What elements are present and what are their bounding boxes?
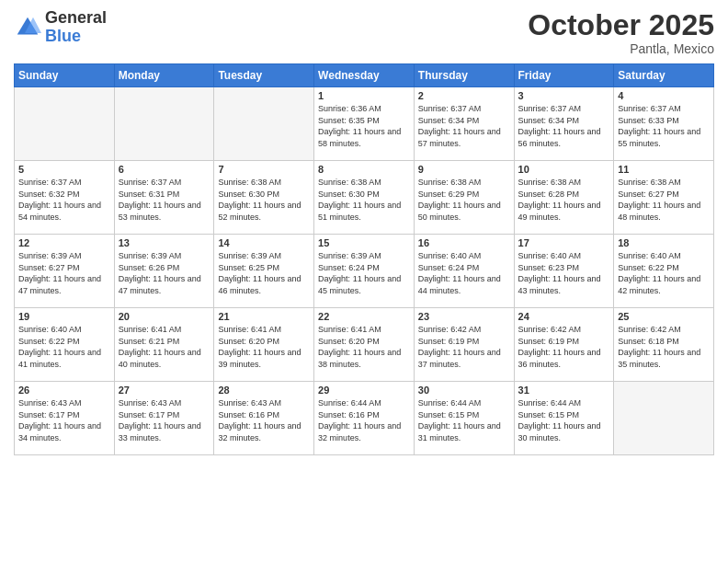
day-info: Sunrise: 6:43 AMSunset: 6:16 PMDaylight:… (218, 397, 310, 443)
table-row: 17Sunrise: 6:40 AMSunset: 6:23 PMDayligh… (514, 235, 614, 308)
day-number: 14 (218, 237, 310, 248)
calendar-week-row: 5Sunrise: 6:37 AMSunset: 6:32 PMDaylight… (15, 161, 714, 235)
day-info: Sunrise: 6:44 AMSunset: 6:15 PMDaylight:… (418, 397, 510, 443)
title-block: October 2025 Pantla, Mexico (528, 9, 714, 56)
day-number: 11 (618, 164, 710, 175)
table-row: 21Sunrise: 6:41 AMSunset: 6:20 PMDayligh… (214, 308, 314, 382)
day-number: 24 (518, 311, 610, 322)
table-row: 24Sunrise: 6:42 AMSunset: 6:19 PMDayligh… (514, 308, 614, 382)
day-number: 26 (18, 385, 110, 396)
day-info: Sunrise: 6:39 AMSunset: 6:26 PMDaylight:… (119, 250, 210, 296)
day-info: Sunrise: 6:42 AMSunset: 6:18 PMDaylight:… (618, 324, 710, 370)
day-number: 25 (618, 311, 710, 322)
day-number: 18 (618, 237, 710, 248)
day-number: 10 (518, 164, 610, 175)
calendar-week-row: 26Sunrise: 6:43 AMSunset: 6:17 PMDayligh… (15, 382, 714, 455)
day-info: Sunrise: 6:38 AMSunset: 6:27 PMDaylight:… (618, 177, 710, 223)
day-number: 1 (318, 90, 410, 101)
table-row: 31Sunrise: 6:44 AMSunset: 6:15 PMDayligh… (514, 382, 614, 455)
table-row: 15Sunrise: 6:39 AMSunset: 6:24 PMDayligh… (314, 235, 415, 308)
day-info: Sunrise: 6:40 AMSunset: 6:22 PMDaylight:… (618, 250, 710, 296)
day-info: Sunrise: 6:39 AMSunset: 6:25 PMDaylight:… (218, 250, 310, 296)
day-number: 4 (618, 90, 710, 101)
table-row: 30Sunrise: 6:44 AMSunset: 6:15 PMDayligh… (414, 382, 514, 455)
day-info: Sunrise: 6:37 AMSunset: 6:34 PMDaylight:… (518, 103, 610, 149)
table-row: 3Sunrise: 6:37 AMSunset: 6:34 PMDaylight… (514, 87, 614, 161)
day-number: 6 (119, 164, 210, 175)
table-row: 16Sunrise: 6:40 AMSunset: 6:24 PMDayligh… (414, 235, 514, 308)
table-row: 28Sunrise: 6:43 AMSunset: 6:16 PMDayligh… (214, 382, 314, 455)
calendar-week-row: 1Sunrise: 6:36 AMSunset: 6:35 PMDaylight… (15, 87, 714, 161)
table-row: 9Sunrise: 6:38 AMSunset: 6:29 PMDaylight… (414, 161, 514, 235)
day-number: 19 (18, 311, 110, 322)
table-row: 20Sunrise: 6:41 AMSunset: 6:21 PMDayligh… (114, 308, 214, 382)
day-info: Sunrise: 6:38 AMSunset: 6:29 PMDaylight:… (418, 177, 510, 223)
day-number: 23 (418, 311, 510, 322)
logo-general-text: General (45, 9, 107, 28)
logo-blue-text: Blue (45, 28, 107, 46)
header: General Blue October 2025 Pantla, Mexico (14, 9, 714, 56)
day-number: 20 (119, 311, 210, 322)
day-number: 16 (418, 237, 510, 248)
table-row: 11Sunrise: 6:38 AMSunset: 6:27 PMDayligh… (614, 161, 714, 235)
day-number: 31 (518, 385, 610, 396)
day-number: 2 (418, 90, 510, 101)
calendar-week-row: 19Sunrise: 6:40 AMSunset: 6:22 PMDayligh… (15, 308, 714, 382)
table-row: 25Sunrise: 6:42 AMSunset: 6:18 PMDayligh… (614, 308, 714, 382)
day-number: 8 (318, 164, 410, 175)
table-row (114, 87, 214, 161)
day-info: Sunrise: 6:37 AMSunset: 6:32 PMDaylight:… (18, 177, 110, 223)
table-row: 26Sunrise: 6:43 AMSunset: 6:17 PMDayligh… (15, 382, 115, 455)
month-title: October 2025 (528, 9, 714, 41)
table-row (15, 87, 115, 161)
header-friday: Friday (514, 64, 614, 87)
table-row: 7Sunrise: 6:38 AMSunset: 6:30 PMDaylight… (214, 161, 314, 235)
logo-icon (14, 14, 41, 41)
table-row (214, 87, 314, 161)
header-tuesday: Tuesday (214, 64, 314, 87)
day-info: Sunrise: 6:37 AMSunset: 6:34 PMDaylight:… (418, 103, 510, 149)
day-info: Sunrise: 6:43 AMSunset: 6:17 PMDaylight:… (18, 397, 110, 443)
table-row: 27Sunrise: 6:43 AMSunset: 6:17 PMDayligh… (114, 382, 214, 455)
day-number: 27 (119, 385, 210, 396)
table-row (614, 382, 714, 455)
weekday-header-row: Sunday Monday Tuesday Wednesday Thursday… (15, 64, 714, 87)
table-row: 29Sunrise: 6:44 AMSunset: 6:16 PMDayligh… (314, 382, 415, 455)
table-row: 22Sunrise: 6:41 AMSunset: 6:20 PMDayligh… (314, 308, 415, 382)
calendar-week-row: 12Sunrise: 6:39 AMSunset: 6:27 PMDayligh… (15, 235, 714, 308)
header-sunday: Sunday (15, 64, 115, 87)
day-info: Sunrise: 6:42 AMSunset: 6:19 PMDaylight:… (518, 324, 610, 370)
calendar: Sunday Monday Tuesday Wednesday Thursday… (14, 63, 714, 455)
day-number: 13 (119, 237, 210, 248)
table-row: 5Sunrise: 6:37 AMSunset: 6:32 PMDaylight… (15, 161, 115, 235)
logo: General Blue (14, 9, 107, 46)
day-info: Sunrise: 6:44 AMSunset: 6:15 PMDaylight:… (518, 397, 610, 443)
day-number: 9 (418, 164, 510, 175)
table-row: 4Sunrise: 6:37 AMSunset: 6:33 PMDaylight… (614, 87, 714, 161)
table-row: 1Sunrise: 6:36 AMSunset: 6:35 PMDaylight… (314, 87, 415, 161)
day-info: Sunrise: 6:39 AMSunset: 6:27 PMDaylight:… (18, 250, 110, 296)
day-number: 21 (218, 311, 310, 322)
day-info: Sunrise: 6:38 AMSunset: 6:28 PMDaylight:… (518, 177, 610, 223)
day-info: Sunrise: 6:39 AMSunset: 6:24 PMDaylight:… (318, 250, 410, 296)
table-row: 14Sunrise: 6:39 AMSunset: 6:25 PMDayligh… (214, 235, 314, 308)
header-thursday: Thursday (414, 64, 514, 87)
day-number: 28 (218, 385, 310, 396)
table-row: 13Sunrise: 6:39 AMSunset: 6:26 PMDayligh… (114, 235, 214, 308)
day-info: Sunrise: 6:36 AMSunset: 6:35 PMDaylight:… (318, 103, 410, 149)
day-info: Sunrise: 6:41 AMSunset: 6:20 PMDaylight:… (318, 324, 410, 370)
day-number: 7 (218, 164, 310, 175)
day-number: 30 (418, 385, 510, 396)
table-row: 10Sunrise: 6:38 AMSunset: 6:28 PMDayligh… (514, 161, 614, 235)
day-info: Sunrise: 6:44 AMSunset: 6:16 PMDaylight:… (318, 397, 410, 443)
table-row: 6Sunrise: 6:37 AMSunset: 6:31 PMDaylight… (114, 161, 214, 235)
day-info: Sunrise: 6:40 AMSunset: 6:23 PMDaylight:… (518, 250, 610, 296)
header-wednesday: Wednesday (314, 64, 415, 87)
day-number: 12 (18, 237, 110, 248)
table-row: 18Sunrise: 6:40 AMSunset: 6:22 PMDayligh… (614, 235, 714, 308)
location-subtitle: Pantla, Mexico (528, 41, 714, 56)
table-row: 8Sunrise: 6:38 AMSunset: 6:30 PMDaylight… (314, 161, 415, 235)
day-number: 29 (318, 385, 410, 396)
day-number: 5 (18, 164, 110, 175)
day-info: Sunrise: 6:43 AMSunset: 6:17 PMDaylight:… (119, 397, 210, 443)
